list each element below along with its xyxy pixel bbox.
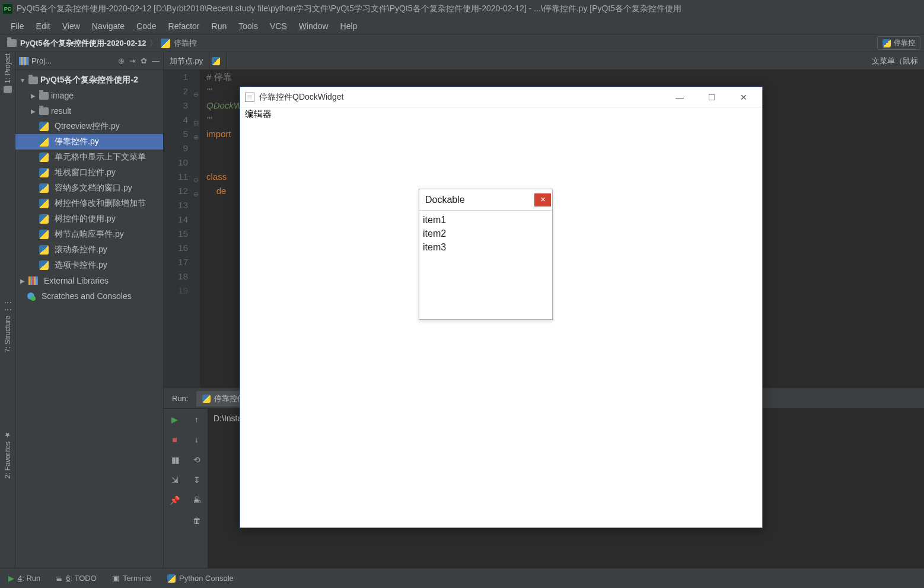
python-icon [39,168,49,177]
python-icon [39,152,49,162]
workarea: 1: Project 7: Structure ⋮⋮ 2: Favorites … [0,52,924,568]
minimize-button[interactable]: — [666,88,693,106]
run-config-label: 停靠控 [894,38,915,48]
chevron-down-icon[interactable]: ▼ [19,77,26,84]
tree-file[interactable]: 堆栈窗口控件.py [15,165,163,180]
menu-code[interactable]: Code [130,19,162,33]
chevron-right-icon: 〉 [149,38,157,49]
folder-icon [4,86,12,93]
menu-edit[interactable]: Edit [30,19,56,33]
chevron-right-icon[interactable]: ▶ [30,93,37,99]
pycharm-icon: PC [2,4,13,14]
qt-menu-item[interactable]: 编辑器 [240,107,762,120]
python-icon [39,183,49,193]
navbar-actions: 停靠控 [877,36,920,50]
down-icon[interactable]: ↓ [191,434,203,446]
project-panel: Proj... ⊕ ⇥ ✿ — ▼ PyQt5各个复杂控件使用-2 ▶ imag… [15,52,164,568]
tree-scratches[interactable]: Scratches and Consoles [15,288,163,304]
library-icon [28,276,38,285]
tree-file[interactable]: 滚动条控件.py [15,242,163,258]
list-item[interactable]: item3 [423,240,549,254]
pause-icon[interactable]: ▮▮ [169,454,181,466]
status-todo[interactable]: ≣ 6: TODO [56,574,97,583]
left-gutter: 1: Project 7: Structure ⋮⋮ 2: Favorites … [0,52,15,568]
pin-icon[interactable]: 📌 [169,494,181,506]
tree-folder-image[interactable]: ▶ image [15,88,163,103]
menu-view[interactable]: View [56,19,86,33]
breadcrumb: PyQt5各个复杂控件使用-2020-02-12 〉 停靠控 [7,38,197,49]
breadcrumb-root[interactable]: PyQt5各个复杂控件使用-2020-02-12 [20,38,146,49]
run-toolbar: ▶ ■ ▮▮ ⇲ 📌 ↑ ↓ ⟲ ↧ 🖶 🗑 [164,409,208,568]
wrap-icon[interactable]: ⟲ [191,454,203,466]
chevron-right-icon[interactable]: ▶ [30,108,37,115]
menu-tools[interactable]: Tools [232,19,264,33]
folder-icon [7,39,17,47]
chevron-right-icon[interactable]: ▶ [19,278,26,284]
status-python-console[interactable]: Python Console [167,574,234,583]
editor-tab[interactable] [209,53,227,69]
python-icon [167,574,176,583]
collapse-icon[interactable]: ⇥ [129,56,136,65]
editor-tab-partial[interactable]: 文菜单（鼠标 [866,53,924,69]
breadcrumb-file[interactable]: 停靠控 [174,38,197,49]
tree-folder-result[interactable]: ▶ result [15,103,163,119]
qt-titlebar[interactable]: 停靠控件QDockWidget — ☐ ✕ [240,87,762,107]
python-icon [39,199,49,208]
folder-icon [39,107,49,115]
menu-help[interactable]: Help [334,19,364,33]
qt-dock-widget[interactable]: Dockable ✕ item1 item2 item3 [419,189,553,320]
maximize-button[interactable]: ☐ [698,88,725,106]
tree-root[interactable]: ▼ PyQt5各个复杂控件使用-2 [15,72,163,88]
sidebar-tab-project[interactable]: 1: Project [4,53,12,93]
scroll-icon[interactable]: ↧ [191,474,203,486]
tree-file[interactable]: 树控件修改和删除增加节 [15,196,163,211]
tree-file[interactable]: Qtreeview控件.py [15,119,163,134]
tree-file-selected[interactable]: 停靠控件.py [15,134,163,150]
tree-file[interactable]: 树节点响应事件.py [15,227,163,242]
sidebar-tab-favorites[interactable]: 2: Favorites ★ [4,431,12,479]
print-icon[interactable]: 🖶 [191,494,203,506]
folder-icon [28,77,38,84]
tree-external-libraries[interactable]: ▶ External Libraries [15,273,163,288]
project-icon [19,57,28,65]
menu-refactor[interactable]: Refactor [163,19,206,33]
project-tree[interactable]: ▼ PyQt5各个复杂控件使用-2 ▶ image ▶ result Qtree… [15,70,163,568]
tree-file[interactable]: 容纳多文档的窗口.py [15,180,163,196]
dock-close-button[interactable]: ✕ [534,193,551,206]
status-terminal[interactable]: ▣ Terminal [112,574,152,583]
list-item[interactable]: item1 [423,213,549,227]
gear-icon[interactable]: ✿ [141,56,147,65]
run-config-selector[interactable]: 停靠控 [877,36,920,50]
terminal-icon: ▣ [112,574,119,583]
menu-window[interactable]: Window [293,19,334,33]
navbar: PyQt5各个复杂控件使用-2020-02-12 〉 停靠控 停靠控 [0,34,924,52]
list-item[interactable]: item2 [423,227,549,240]
dock-list[interactable]: item1 item2 item3 [419,211,552,319]
menu-navigate[interactable]: Navigate [86,19,130,33]
python-icon [39,260,49,270]
up-icon[interactable]: ↑ [191,414,203,425]
python-icon [39,137,49,147]
tree-file[interactable]: 树控件的使用.py [15,211,163,227]
rerun-icon[interactable]: ▶ [169,414,181,425]
dock-header[interactable]: Dockable ✕ [419,189,552,211]
menu-run[interactable]: Run [206,19,233,33]
trash-icon[interactable]: 🗑 [191,514,203,526]
project-panel-header: Proj... ⊕ ⇥ ✿ — [15,52,163,70]
menu-vcs[interactable]: VCS [264,19,293,33]
sidebar-tab-structure[interactable]: 7: Structure ⋮⋮ [4,299,12,352]
close-button[interactable]: ✕ [730,88,757,106]
dock-title: Dockable [425,195,465,205]
editor-tab[interactable]: 加节点.py [164,53,209,69]
stop-icon[interactable]: ■ [169,434,181,446]
status-run[interactable]: ▶ 4: Run [8,574,40,583]
tree-file[interactable]: 单元格中显示上下文菜单 [15,150,163,165]
locate-icon[interactable]: ⊕ [118,56,125,65]
menu-file[interactable]: File [5,19,30,33]
exit-icon[interactable]: ⇲ [169,474,181,486]
tree-file[interactable]: 选项卡控件.py [15,258,163,273]
folder-icon [39,92,49,100]
minimize-icon[interactable]: — [152,56,160,65]
gutter: 1 2⊖ 3 4⊟ 5⊕ 9 10 11⊖ 12⊖ 13 14 15 16 17… [164,70,200,388]
python-icon [212,57,220,65]
